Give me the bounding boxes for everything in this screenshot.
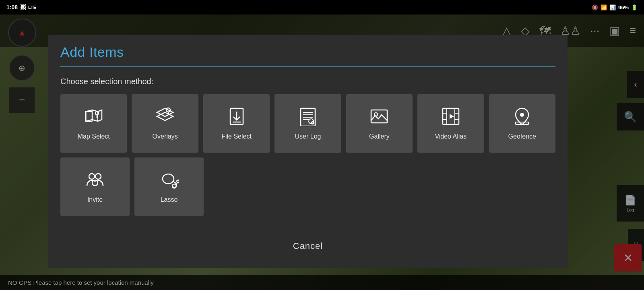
lte-icon: LTE xyxy=(28,5,36,10)
cancel-button[interactable]: Cancel xyxy=(277,237,339,255)
lasso-label: Lasso xyxy=(161,196,178,203)
svg-point-32 xyxy=(89,174,95,179)
svg-rect-20 xyxy=(371,110,387,123)
invite-label: Invite xyxy=(87,196,103,203)
geofence-icon xyxy=(512,107,532,129)
geofence-button[interactable]: Geofence xyxy=(489,94,555,153)
svg-marker-29 xyxy=(450,114,454,119)
dialog-header: Add Items xyxy=(48,35,568,67)
svg-point-18 xyxy=(309,119,314,124)
svg-point-4 xyxy=(95,112,99,115)
video-alias-label: Video Alias xyxy=(435,133,466,140)
svg-point-33 xyxy=(95,174,101,179)
lasso-button[interactable]: Lasso xyxy=(134,157,204,216)
overlays-icon xyxy=(155,107,175,129)
invite-button[interactable]: Invite xyxy=(60,157,130,216)
dialog-body: Choose selection method: xyxy=(48,67,568,230)
lasso-icon xyxy=(159,170,179,192)
gallery-button[interactable]: Gallery xyxy=(346,94,413,153)
grid-row-1: Map Select Overlays xyxy=(60,94,555,153)
dialog-overlay: Add Items Choose selection method: xyxy=(0,14,644,290)
status-bar: 1:08 🖼 LTE 🔇 📶 📊 96% 🔋 xyxy=(0,0,644,14)
user-log-label: User Log xyxy=(295,133,321,140)
map-select-button[interactable]: Map Select xyxy=(60,94,127,153)
file-select-button[interactable]: File Select xyxy=(203,94,270,153)
gallery-label: Gallery xyxy=(369,133,390,140)
wifi-icon: 📶 xyxy=(601,4,607,10)
geofence-label: Geofence xyxy=(508,133,536,140)
file-select-label: File Select xyxy=(221,133,252,140)
video-alias-icon xyxy=(441,107,460,129)
video-alias-button[interactable]: Video Alias xyxy=(417,94,484,153)
status-bar-right: 🔇 📶 📊 96% 🔋 xyxy=(592,4,638,10)
user-log-icon xyxy=(298,107,318,129)
status-bar-left: 1:08 🖼 LTE xyxy=(6,4,36,10)
time-display: 1:08 xyxy=(6,4,18,10)
add-items-dialog: Add Items Choose selection method: xyxy=(48,35,568,268)
battery-display: 96% xyxy=(618,4,629,10)
gallery-icon xyxy=(369,107,389,129)
svg-point-30 xyxy=(520,113,524,117)
selection-method-label: Choose selection method: xyxy=(60,77,555,86)
svg-point-35 xyxy=(163,174,174,184)
svg-rect-31 xyxy=(516,122,528,124)
map-select-icon xyxy=(84,107,103,129)
mute-icon: 🔇 xyxy=(592,4,598,10)
signal-icon: 📊 xyxy=(609,4,616,10)
overlays-label: Overlays xyxy=(153,133,178,140)
dialog-footer: Cancel xyxy=(48,230,568,265)
photo-icon: 🖼 xyxy=(20,4,26,10)
grid-row-2: Invite Lasso xyxy=(60,157,555,216)
map-select-label: Map Select xyxy=(78,133,110,140)
user-log-button[interactable]: User Log xyxy=(275,94,341,153)
overlays-button[interactable]: Overlays xyxy=(132,94,198,153)
file-select-icon xyxy=(227,107,246,129)
battery-icon: 🔋 xyxy=(631,4,638,10)
dialog-title: Add Items xyxy=(60,44,555,60)
invite-icon xyxy=(85,170,105,192)
